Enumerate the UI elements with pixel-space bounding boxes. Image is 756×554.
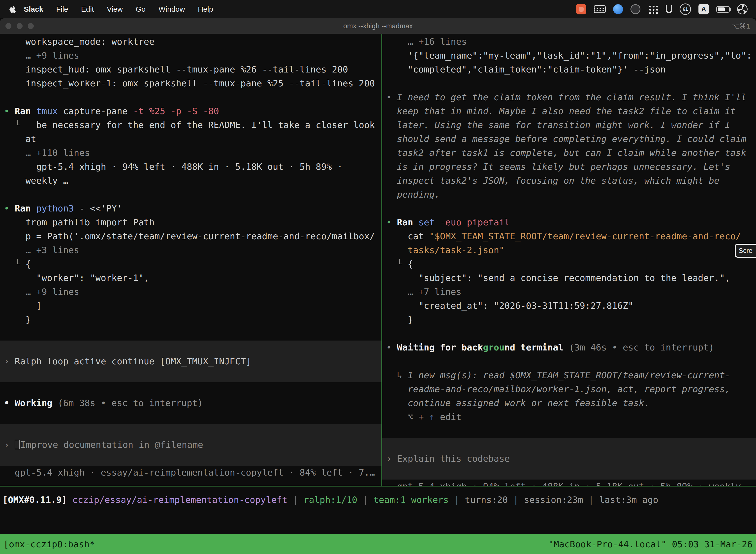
magnet-icon[interactable] — [666, 5, 672, 13]
terminal-line — [4, 410, 381, 424]
hud-segment: team:1 workers — [374, 495, 449, 505]
terminal-line: continue assigned work or next feasible … — [386, 396, 756, 410]
window-titlebar: omx --xhigh --madmax ⌥⌘1 — [0, 18, 756, 34]
terminal-line: } — [386, 313, 756, 327]
prompt-row[interactable]: › Improve documentation in @filename — [0, 424, 381, 466]
terminal-line: keep that in mind. Maybe I also need the… — [386, 104, 756, 118]
terminal-window: omx --xhigh --madmax ⌥⌘1 workspace_mode:… — [0, 18, 756, 554]
close-button[interactable] — [5, 23, 11, 29]
terminal-line: • Working (6m 38s • esc to interrupt) — [4, 396, 381, 410]
prompt-row[interactable]: › Explain this codebase — [382, 438, 756, 480]
terminal-line: "created_at": "2026-03-31T11:59:27.816Z" — [386, 299, 756, 313]
terminal-line — [386, 202, 756, 215]
battery-percent-icon[interactable]: 61 — [680, 3, 691, 15]
menu-items: FileEditViewGoWindowHelp — [50, 5, 219, 13]
terminal-line: └ be necessary for the end of the README… — [4, 118, 381, 132]
terminal-line: tasks/task-2.json" — [386, 243, 756, 257]
hud-segment: cczip/essay/ai-reimplementation-copyleft — [72, 495, 288, 505]
terminal-line — [4, 327, 381, 340]
terminal-line: inspect_worker-1: omx sparkshell --tmux-… — [4, 76, 381, 90]
terminal-line: … +3 lines — [4, 243, 381, 257]
terminal-line — [386, 354, 756, 368]
terminal-line: "completed","claim_token":"claim-token"}… — [386, 63, 756, 76]
text-cursor — [15, 440, 19, 449]
terminal-line: gpt-5.4 xhigh · 94% left · 488K in · 5.1… — [386, 480, 756, 486]
terminal-line: '{"team_name":"my-team","task_id":"1","f… — [386, 49, 756, 63]
terminal-line: workspace_mode: worktree — [4, 35, 381, 49]
right-pane[interactable]: … +16 lines '{"team_name":"my-team","tas… — [382, 34, 756, 486]
menu-edit[interactable]: Edit — [75, 5, 101, 13]
input-source-icon[interactable]: A — [698, 4, 709, 14]
terminal-line: … +16 lines — [386, 35, 756, 49]
tmux-host-and-time: "MacBook-Pro-44.local" 05:03 31-Mar-26 — [548, 539, 753, 549]
app-grid-icon[interactable] — [648, 4, 658, 14]
hud-segment: | — [358, 495, 374, 505]
hud-segment: | — [449, 495, 465, 505]
status-icons: 61A — [576, 3, 750, 15]
terminal-line — [386, 76, 756, 90]
window-title: omx --xhigh --madmax — [343, 22, 413, 30]
menu-go[interactable]: Go — [129, 5, 152, 13]
terminal-line: readme-and-reco/mailbox/worker-1.json, a… — [386, 382, 756, 396]
hud-segment: last:3m ago — [599, 495, 658, 505]
terminal-line — [386, 424, 756, 438]
terminal-line — [4, 188, 381, 202]
terminal-line: … +9 lines — [4, 49, 381, 63]
terminal-line: • Waiting for background terminal (3m 46… — [386, 340, 756, 354]
terminal-content: workspace_mode: worktree … +9 lines insp… — [0, 34, 756, 486]
terminal-line: "subject": "send a concise recommendatio… — [386, 271, 756, 285]
window-shortcut-hint: ⌥⌘1 — [731, 18, 750, 34]
battery-icon[interactable] — [716, 6, 730, 13]
terminal-line: … +9 lines — [4, 285, 381, 299]
terminal-line: ↳ 1 new msg(s): read $OMX_TEAM_STATE_ROO… — [386, 368, 756, 382]
terminal-line: • I need to get the claim token from the… — [386, 90, 756, 104]
hud-segment: | — [508, 495, 524, 505]
hud-segment: | — [583, 495, 599, 505]
terminal-line: weekly … — [4, 174, 381, 188]
terminal-line: p = Path('.omx/state/team/review-current… — [4, 229, 381, 243]
stealth-icon[interactable] — [630, 4, 640, 14]
terminal-line: … +7 lines — [386, 285, 756, 299]
active-app-name[interactable]: Slack — [19, 5, 50, 13]
fan-icon[interactable] — [737, 4, 748, 14]
terminal-line: is in progress? It seems likely but perh… — [386, 160, 756, 174]
terminal-line: should send a message before completing … — [386, 132, 756, 146]
terminal-line: • Ran python3 - <<'PY' — [4, 202, 381, 215]
terminal-line: • Ran set -euo pipefail — [386, 215, 756, 229]
keyboard-icon[interactable] — [594, 5, 606, 13]
tmux-status-bar: [omx-cczip0:bash* "MacBook-Pro-44.local"… — [0, 534, 756, 554]
terminal-line: later. Using the same for transition mig… — [386, 118, 756, 132]
terminal-line — [4, 382, 381, 396]
tmux-session-window: [omx-cczip0:bash* — [3, 539, 95, 549]
screen-edge-overlay-button[interactable]: Scre — [735, 244, 756, 258]
terminal-line — [4, 90, 381, 104]
left-pane[interactable]: workspace_mode: worktree … +9 lines insp… — [0, 34, 381, 486]
terminal-line: gpt-5.4 xhigh · essay/ai-reimplementatio… — [4, 466, 381, 480]
prompt-row[interactable]: › Ralph loop active continue [OMX_TMUX_I… — [0, 340, 381, 382]
window-controls — [5, 18, 34, 34]
terminal-line: cat "$OMX_TEAM_STATE_ROOT/team/review-cu… — [386, 229, 756, 243]
hud-segment: turns:20 — [465, 495, 508, 505]
menu-window[interactable]: Window — [152, 5, 191, 13]
terminal-line: └ { — [386, 257, 756, 271]
zoom-button[interactable] — [28, 23, 34, 29]
terminal-line: • Ran tmux capture-pane -t %25 -p -S -80 — [4, 104, 381, 118]
terminal-line: from pathlib import Path — [4, 215, 381, 229]
terminal-line: ] — [4, 299, 381, 313]
terminal-line: … +110 lines — [4, 146, 381, 160]
menu-help[interactable]: Help — [191, 5, 220, 13]
omx-hud-line: [OMX#0.11.9] cczip/essay/ai-reimplementa… — [2, 493, 756, 507]
terminal-line: "worker": "worker-1", — [4, 271, 381, 285]
terminal-line: inspect_hud: omx sparkshell --tmux-pane … — [4, 63, 381, 76]
terminal-line: task2 after task1 is complete, but can I… — [386, 146, 756, 160]
screen-recording-icon[interactable] — [576, 4, 586, 14]
terminal-line: pending. — [386, 188, 756, 202]
terminal-line: } — [4, 313, 381, 327]
menu-bar: Slack FileEditViewGoWindowHelp 61A — [0, 0, 756, 18]
minimize-button[interactable] — [17, 23, 22, 29]
terminal-line: └ { — [4, 257, 381, 271]
menu-view[interactable]: View — [100, 5, 129, 13]
paste-icon[interactable] — [613, 4, 623, 14]
menu-file[interactable]: File — [50, 5, 74, 13]
apple-menu-icon[interactable] — [8, 4, 17, 14]
